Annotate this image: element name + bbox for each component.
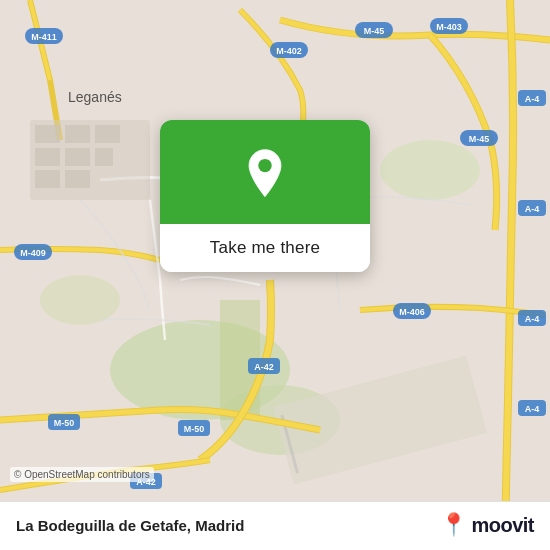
svg-rect-16 [65, 170, 90, 188]
svg-text:A-4: A-4 [525, 204, 540, 214]
svg-text:M-50: M-50 [184, 424, 205, 434]
svg-rect-14 [95, 148, 113, 166]
svg-text:A-4: A-4 [525, 94, 540, 104]
svg-text:M-45: M-45 [364, 26, 385, 36]
svg-text:M-402: M-402 [276, 46, 302, 56]
svg-point-49 [258, 159, 271, 172]
svg-rect-10 [65, 125, 90, 143]
svg-text:Leganés: Leganés [68, 89, 122, 105]
svg-text:M-409: M-409 [20, 248, 46, 258]
svg-text:M-406: M-406 [399, 307, 425, 317]
svg-point-4 [380, 140, 480, 200]
card-icon-area [160, 120, 370, 224]
svg-text:A-42: A-42 [254, 362, 274, 372]
svg-point-5 [40, 275, 120, 325]
app: M-411 M-45 M-403 M-402 M-45 A-4 A-4 A-4 [0, 0, 550, 550]
location-name: La Bodeguilla de Getafe, Madrid [16, 517, 244, 534]
action-card: Take me there [160, 120, 370, 272]
map-attribution: © OpenStreetMap contributors [10, 467, 154, 482]
svg-text:A-4: A-4 [525, 314, 540, 324]
bottom-bar: La Bodeguilla de Getafe, Madrid 📍 moovit [0, 501, 550, 550]
svg-rect-9 [35, 125, 60, 143]
svg-rect-13 [65, 148, 90, 166]
svg-text:M-45: M-45 [469, 134, 490, 144]
svg-rect-15 [35, 170, 60, 188]
svg-text:M-411: M-411 [31, 32, 57, 42]
svg-text:M-403: M-403 [436, 22, 462, 32]
moovit-logo: 📍 moovit [440, 512, 534, 538]
location-pin-icon [239, 148, 291, 200]
svg-rect-11 [95, 125, 120, 143]
location-info: La Bodeguilla de Getafe, Madrid [16, 517, 244, 534]
svg-text:M-50: M-50 [54, 418, 75, 428]
take-me-there-button[interactable]: Take me there [160, 224, 370, 272]
svg-rect-12 [35, 148, 60, 166]
svg-text:A-4: A-4 [525, 404, 540, 414]
moovit-pin-icon: 📍 [440, 512, 467, 538]
moovit-brand-name: moovit [471, 514, 534, 537]
